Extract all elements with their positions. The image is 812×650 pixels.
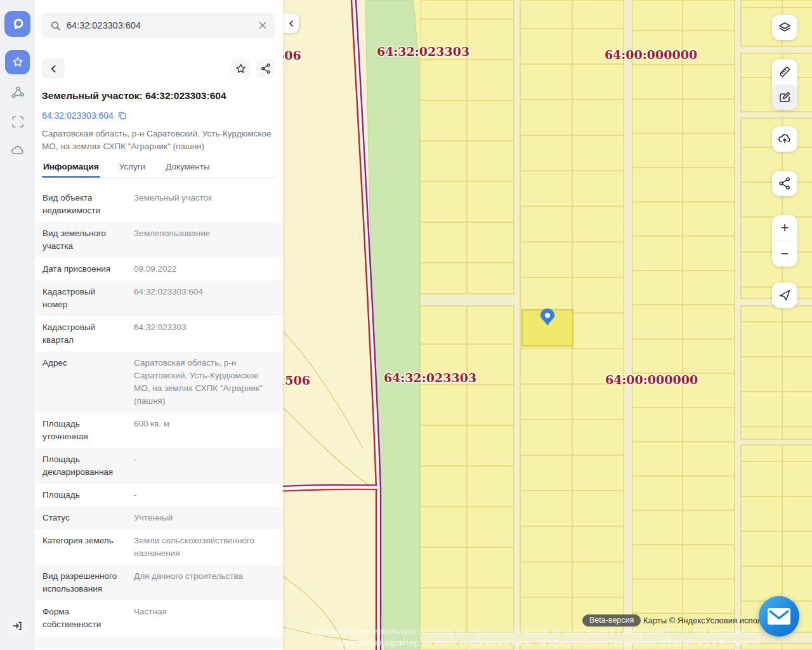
tab-services[interactable]: Услуги [118,162,147,177]
row-value: - [134,489,277,501]
attributes-table: Вид объекта недвижимостиЗемельный участо… [35,187,283,649]
locate-control [772,282,797,308]
select-area-icon [10,114,25,129]
row-value: 64:32:023303:604 [134,286,277,311]
row-label: Площадь уточненная [43,418,120,443]
share-control [772,171,797,196]
row-label: Вид объекта недвижимости [43,192,120,217]
ruler-icon [777,64,792,79]
parcel-grid [420,0,812,650]
row-label: Площадь декларированная [43,453,120,479]
row-value: Для дачного строительства [134,570,277,595]
share-button[interactable] [256,59,275,78]
tab-information[interactable]: Информация [42,162,100,177]
table-row: Вид разрешенного использованияДля дачног… [35,565,283,600]
upload-control [772,126,797,152]
row-value: 64:32:023303 [134,321,277,347]
draw-edit-button[interactable] [772,84,797,110]
row-value: 09.09.2022 [134,263,277,275]
row-label: Статус [43,512,120,524]
upload-button[interactable] [772,126,797,152]
details-panel: Земельный участок: 64:32:023303:604 64:3… [35,0,283,650]
star-icon [234,62,247,76]
table-row-peek [35,636,283,649]
zoom-out-button[interactable]: − [772,241,797,267]
sidebar-item-geoprocessing[interactable] [5,81,30,105]
row-label: Адрес [43,357,120,408]
row-value: - [134,453,277,479]
exit-button[interactable] [8,617,26,635]
layers-button[interactable] [772,15,797,40]
tab-documents[interactable]: Документы [164,162,211,177]
row-label: Кадастровый номер [43,286,120,311]
table-row: Форма собственностиЧастная [35,600,283,636]
tab-bar: Информация Услуги Документы [42,162,275,178]
table-row: Вид объекта недвижимостиЗемельный участо… [35,187,283,222]
map-share-button[interactable] [772,171,797,196]
geo-network-icon [10,85,25,100]
table-row: Площадь- [35,484,283,507]
zoom-in-button[interactable]: + [772,215,797,241]
table-row: Вид земельного участкаЗемлепользование [35,222,283,258]
table-row: Площадь уточненная600 кв. м [35,413,283,448]
zoom-out-icon: − [781,247,789,261]
favorite-button[interactable] [231,59,250,78]
app-sidebar [0,0,35,650]
zoom-in-icon: + [781,221,789,235]
row-value: 600 кв. м [134,418,277,443]
measure-button[interactable] [772,59,797,84]
page-title: Земельный участок: 64:32:023303:604 [42,90,275,102]
map-disclaimer-line1: Данный раздел использует сведения из отк… [283,627,812,636]
clear-icon[interactable] [258,20,268,30]
quarter-label-kvartal-top: 64:32:023303 [377,44,469,58]
app-logo[interactable] [4,11,30,37]
edit-icon [777,90,792,105]
row-value: Саратовская область, р-н Саратовский, Ус… [134,357,277,408]
row-value: Частная [134,606,277,631]
exit-icon [11,620,23,632]
map-disclaimer-line2: справочный характер, не имеет юридическо… [283,638,812,647]
row-label: Площадь [43,489,120,501]
share-nodes-icon [777,176,792,191]
row-value: Земельный участок [134,192,277,217]
cloud-upload-icon [777,131,792,147]
table-row: Кадастровый квартал64:32:023303 [35,316,283,352]
object-address: Саратовская область, р-н Саратовский, Ус… [42,128,275,153]
table-row: Площадь декларированная- [35,448,283,484]
copy-icon [118,111,127,120]
cloud-icon [10,143,25,158]
tools-control [772,59,797,110]
sidebar-item-favorites[interactable] [5,50,30,74]
back-button[interactable] [42,58,65,79]
row-label: Категория земель [43,534,120,560]
favorites-star-icon [11,55,25,69]
table-row: Кадастровый номер64:32:023303:604 [35,281,283,316]
map-canvas [283,0,812,650]
mail-icon [767,607,791,626]
search-icon [49,20,62,32]
table-row: Дата присвоения09.09.2022 [35,258,283,281]
chat-button[interactable] [759,596,799,637]
back-icon [49,65,58,73]
row-value: Учтенный [134,512,277,524]
quarter-label-1506: 1506 [283,373,310,387]
copy-button[interactable] [118,111,127,120]
layers-control[interactable] [772,15,797,40]
layers-icon [777,20,792,35]
map-copyright[interactable]: Карты © Яндекс [643,616,705,625]
sidebar-item-cloud[interactable] [5,138,30,162]
cadastral-map[interactable]: 506 64:32:023303 64:00:000000 1506 64:32… [283,0,812,650]
row-label: Вид земельного участка [43,227,120,253]
panel-collapse-button[interactable] [283,13,299,33]
search-input[interactable] [67,20,252,30]
app-logo-icon [10,16,26,32]
cadastral-number-link[interactable]: 64:32:023303:604 [42,110,114,121]
locate-button[interactable] [772,282,797,308]
sidebar-item-select-area[interactable] [5,110,30,134]
table-row: СтатусУчтенный [35,507,283,529]
beta-badge: Beta-версия [582,614,641,627]
district-label-mid: 64:00:000000 [605,373,698,387]
row-value: Земли сельскохозяйственного назначения [134,534,277,560]
collapse-chevron-icon [287,20,295,27]
share-icon [259,62,272,75]
